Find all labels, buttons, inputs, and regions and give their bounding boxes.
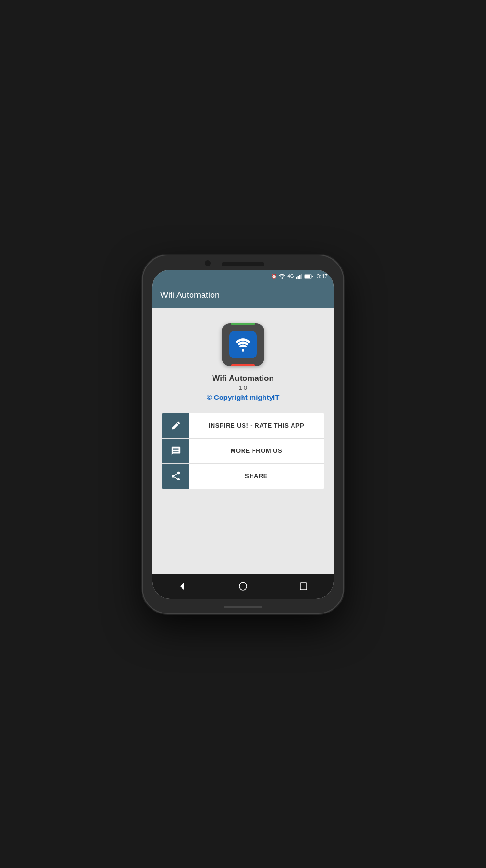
status-icons: ⏰ 4G (271, 273, 328, 280)
rate-icon-box (162, 413, 189, 438)
nav-recents-button[interactable] (295, 578, 312, 595)
edit-star-icon (171, 420, 181, 431)
more-label: MORE FROM US (189, 439, 324, 463)
share-icon (171, 471, 181, 481)
svg-point-0 (282, 277, 283, 279)
speaker (222, 262, 264, 266)
svg-rect-6 (305, 275, 310, 278)
svg-rect-7 (312, 276, 313, 277)
status-time: 3:17 (317, 273, 328, 280)
rate-row[interactable]: INSPIRE US! - RATE THIS APP (162, 413, 324, 439)
message-icon (171, 446, 181, 456)
app-icon-wrapper (222, 323, 264, 366)
share-label: SHARE (189, 464, 324, 489)
home-icon (238, 582, 248, 591)
app-wifi-icon (235, 337, 251, 352)
app-bar-title: Wifi Automation (160, 290, 220, 300)
app-icon-inner (229, 331, 257, 358)
phone-screen: ⏰ 4G (152, 270, 334, 599)
battery-icon (304, 274, 313, 279)
alarm-icon: ⏰ (271, 274, 277, 279)
rate-label: INSPIRE US! - RATE THIS APP (189, 413, 324, 438)
back-icon (178, 582, 187, 591)
main-content: Wifi Automation 1.0 © Copyright mightyIT… (152, 308, 334, 574)
nav-home-button[interactable] (234, 578, 252, 595)
more-icon-box (162, 439, 189, 463)
recents-icon (300, 582, 307, 590)
svg-rect-4 (301, 274, 302, 279)
share-icon-box (162, 464, 189, 489)
more-row[interactable]: MORE FROM US (162, 439, 324, 464)
wifi-status-icon (279, 274, 285, 279)
phone-device: ⏰ 4G (143, 255, 343, 613)
status-bar: ⏰ 4G (152, 270, 334, 283)
app-copyright: © Copyright mightyIT (207, 393, 280, 401)
svg-point-10 (239, 582, 247, 590)
nav-bar (152, 574, 334, 599)
svg-rect-1 (296, 277, 297, 279)
svg-point-8 (242, 349, 244, 352)
share-row[interactable]: SHARE (162, 464, 324, 489)
svg-rect-3 (299, 275, 301, 279)
svg-rect-2 (297, 276, 299, 279)
svg-rect-11 (300, 583, 307, 590)
phone-bottom-bar (224, 606, 262, 608)
network-type-label: 4G (287, 274, 294, 279)
app-version: 1.0 (239, 384, 247, 391)
camera (205, 260, 211, 266)
svg-marker-9 (180, 583, 184, 590)
action-buttons: INSPIRE US! - RATE THIS APP MORE FROM US (162, 413, 324, 489)
nav-back-button[interactable] (174, 578, 191, 595)
app-bar: Wifi Automation (152, 283, 334, 308)
signal-icon (296, 274, 303, 279)
app-name: Wifi Automation (212, 374, 274, 383)
